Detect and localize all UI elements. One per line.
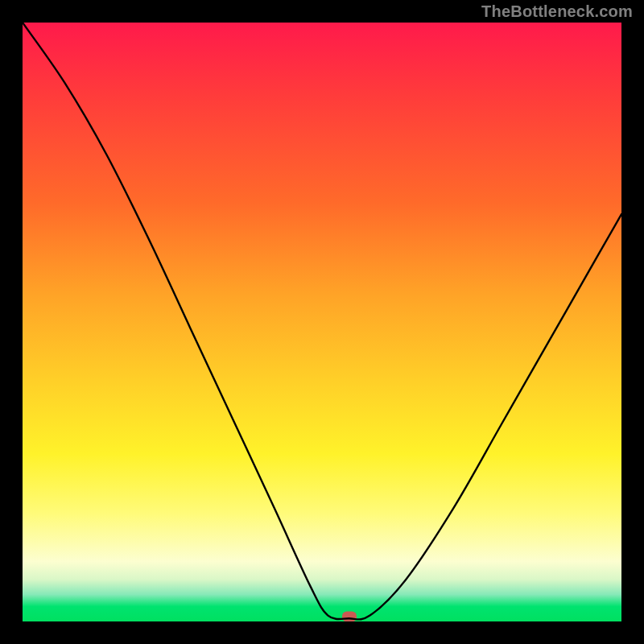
plot-area [23, 23, 621, 621]
bottleneck-curve [23, 23, 621, 621]
watermark-text: TheBottleneck.com [481, 2, 633, 21]
curve-path [23, 23, 621, 619]
chart-frame: TheBottleneck.com [0, 0, 644, 644]
